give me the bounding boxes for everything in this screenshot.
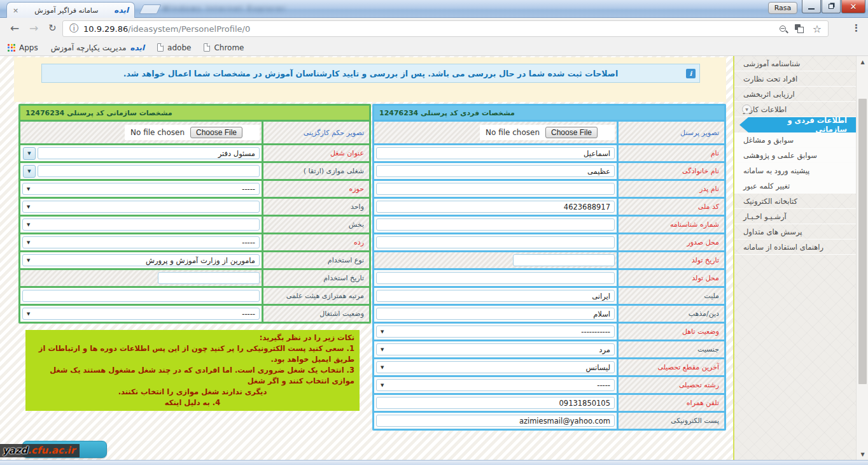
reload-icon[interactable]: ↻ xyxy=(48,22,57,34)
select-input[interactable]: مامورین از وزارت آموزش و پرورش▼ xyxy=(22,254,260,266)
zoom-out-icon[interactable] xyxy=(780,25,786,32)
choose-file-button[interactable]: Choose File xyxy=(545,127,598,138)
field-value-cell: مرد▼ xyxy=(374,341,617,357)
select-value: مرد xyxy=(599,345,610,354)
select-input[interactable]: -----▼ xyxy=(22,308,260,320)
field-value-cell: ▼ xyxy=(20,199,262,215)
note-line: 1. سعی کنید پست الکترونیکی را پر کنید چو… xyxy=(31,343,354,365)
field-value-cell xyxy=(374,270,617,286)
text-input[interactable] xyxy=(376,218,615,231)
text-input[interactable] xyxy=(376,165,615,177)
sidebar-item[interactable]: افراد تحت نظارت xyxy=(734,71,856,87)
forward-icon[interactable]: → xyxy=(29,22,38,34)
sidebar-item[interactable]: سوابق و مشاغل xyxy=(734,132,856,148)
text-input[interactable] xyxy=(376,415,615,427)
field-label: حوزه xyxy=(263,181,369,197)
form-row: کد ملی xyxy=(374,199,724,215)
select-input[interactable]: لیسانس▼ xyxy=(376,361,615,373)
select-input[interactable]: ▼ xyxy=(22,218,260,231)
new-tab-button[interactable] xyxy=(139,4,162,14)
text-input[interactable] xyxy=(376,290,615,302)
url-path: /ideasystem/PersonelProfile/0 xyxy=(128,24,250,34)
date-input[interactable] xyxy=(513,254,615,266)
close-button[interactable]: ✕ xyxy=(841,0,865,13)
sidebar-item[interactable]: اطلاعات کاربر▼ xyxy=(734,102,856,117)
sidebar-item-active[interactable]: اطلاعات فردی و سازمانی xyxy=(748,117,856,132)
scrollbar-thumb[interactable] xyxy=(858,99,867,384)
sidebar-item[interactable]: آرشـيـو اخـبـار xyxy=(734,209,856,224)
select-input[interactable]: -----▼ xyxy=(376,379,615,391)
bookmark-adobe[interactable]: adobe xyxy=(157,43,191,52)
select-input[interactable]: -----▼ xyxy=(22,183,260,195)
form-row: نام xyxy=(374,145,724,161)
text-input[interactable] xyxy=(376,183,615,195)
tab-close-icon[interactable]: × xyxy=(13,7,18,14)
field-value-cell xyxy=(374,413,617,429)
field-value-cell: -----▼ xyxy=(20,234,262,250)
field-label: نام xyxy=(619,145,724,161)
note-line: نکات زیر را در نظر بگیرید: xyxy=(31,333,354,343)
chevron-down-icon: ▼ xyxy=(381,347,384,352)
bookmark-idea-system[interactable]: مديريت يكپارچه آموزش ایده xyxy=(51,43,144,52)
apps-shortcut[interactable]: Apps xyxy=(8,43,38,52)
select-input[interactable]: مرد▼ xyxy=(376,343,615,355)
date-input[interactable] xyxy=(158,272,260,284)
combo-dropdown-button[interactable]: ▼ xyxy=(23,147,36,160)
form-row: نوع استخداممامورین از وزارت آموزش و پرور… xyxy=(20,252,369,268)
sidebar-item[interactable]: سوابق علمی و پژوهشی xyxy=(734,148,856,163)
maximize-button[interactable] xyxy=(822,0,841,13)
combo-text-input[interactable] xyxy=(38,147,260,159)
page-info-icon[interactable]: ⓘ xyxy=(69,23,78,34)
text-input[interactable] xyxy=(376,147,615,159)
bookmark-label: adobe xyxy=(167,43,191,52)
sidebar-item[interactable]: پرسش های متداول xyxy=(734,224,856,240)
bookmark-star-icon[interactable]: ☆ xyxy=(813,23,822,35)
select-input[interactable]: ▼ xyxy=(22,201,260,213)
scroll-down-icon[interactable]: ▼ xyxy=(857,450,868,459)
vertical-scrollbar[interactable]: ▲ ▼ xyxy=(856,56,868,460)
sidebar-item[interactable]: پیشینه ورود به سامانه xyxy=(734,163,856,178)
rasa-button[interactable]: Rasa xyxy=(768,2,797,14)
form-row: وضعیت تاهل-----------▼ xyxy=(374,324,724,340)
combo-text-input[interactable] xyxy=(38,165,260,177)
text-input[interactable] xyxy=(22,290,260,302)
field-value-cell xyxy=(374,288,617,304)
address-bar[interactable]: ⓘ 10.9.29.86/ideasystem/PersonelProfile/… xyxy=(62,20,829,37)
collapse-toggle-icon[interactable]: ▼ xyxy=(742,104,752,114)
info-icon: i xyxy=(686,69,696,78)
minimize-button[interactable] xyxy=(802,0,821,13)
main-content: اصلاحات ثبت شده شما در حال بررسی می باشد… xyxy=(0,56,733,460)
combo-dropdown-button[interactable]: ▼ xyxy=(23,165,36,178)
scroll-up-icon[interactable]: ▲ xyxy=(857,57,868,66)
text-input[interactable] xyxy=(376,201,615,213)
file-upload-control[interactable]: No file chosenChoose File xyxy=(480,125,615,140)
text-input[interactable] xyxy=(376,236,615,248)
apps-grid-icon xyxy=(8,44,15,52)
form-row: نام پدر xyxy=(374,181,724,197)
notes-box: نکات زیر را در نظر بگیرید:1. سعی کنید پس… xyxy=(25,330,360,411)
file-upload-control[interactable]: No file chosenChoose File xyxy=(125,125,260,140)
translate-icon[interactable] xyxy=(795,24,804,33)
bookmark-chrome[interactable]: Chrome xyxy=(204,43,244,52)
select-value: ----- xyxy=(242,185,255,194)
back-icon[interactable]: ← xyxy=(10,22,19,34)
field-label: تلفن همراه xyxy=(619,395,724,411)
select-input[interactable]: -----▼ xyxy=(22,236,260,248)
field-label: وضعیت اشتغال xyxy=(263,306,369,322)
browser-menu-icon[interactable]: ⋮ xyxy=(851,22,861,34)
select-input[interactable]: -----------▼ xyxy=(376,326,615,338)
text-input[interactable] xyxy=(376,272,615,284)
choose-file-button[interactable]: Choose File xyxy=(190,127,242,138)
browser-tab[interactable]: × سامانه فراگیر آموزش ایده xyxy=(6,2,135,18)
window-title-blurred: Windows Internet Explorer xyxy=(162,4,480,14)
sidebar-item[interactable]: ارزیابی اثربخشی xyxy=(734,87,856,102)
sidebar-item[interactable]: تغییر کلمه عبور xyxy=(734,178,856,194)
sidebar-item[interactable]: شناسنامه آموزشی xyxy=(734,56,856,71)
sidebar-item[interactable]: راهنمای استفاده از سامانه xyxy=(734,240,856,255)
text-input[interactable] xyxy=(376,308,615,320)
text-input[interactable] xyxy=(376,397,615,409)
sidebar-item[interactable]: کتابخانه الکترونیک xyxy=(734,194,856,209)
field-label: تاریخ استخدام xyxy=(263,270,369,286)
field-label: نام پدر xyxy=(619,181,724,197)
form-row: جنسیتمرد▼ xyxy=(374,341,724,357)
